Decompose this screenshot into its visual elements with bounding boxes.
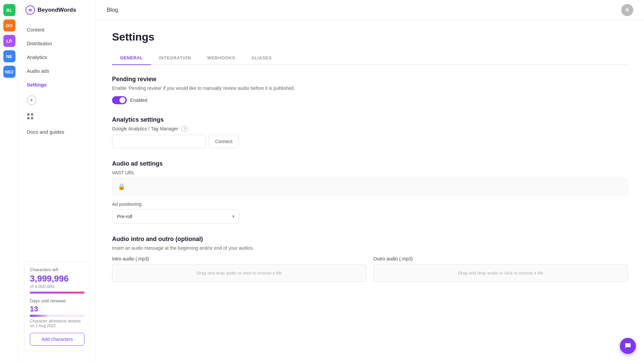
- main-area: Blog R Settings GENERAL INTEGRATION WEBH…: [96, 0, 644, 362]
- outro-audio-dropzone[interactable]: Drag and drop audio or click to choose a…: [373, 264, 628, 282]
- logo-text: BeyondWords: [38, 7, 76, 13]
- pending-review-desc: Enable 'Pending review' if you would lik…: [112, 85, 628, 91]
- days-renewal-label: Days until renewal: [30, 298, 85, 303]
- add-icon: +: [27, 96, 36, 105]
- chars-of: of 4,000,000: [30, 284, 85, 289]
- audio-ad-settings-section: Audio ad settings VAST URL 🔒 Ad position…: [112, 160, 628, 224]
- user-avatar[interactable]: R: [621, 4, 633, 16]
- svg-rect-2: [31, 113, 33, 116]
- analytics-input-row: Connect: [112, 135, 628, 148]
- chars-progress-bar: [30, 292, 85, 294]
- chars-left-label: Characters left: [30, 267, 85, 272]
- analytics-settings-section: Analytics settings Google Analytics / Ta…: [112, 116, 628, 148]
- chat-icon: [624, 342, 632, 350]
- sidebar: BeyondWords Content Distribution Analyti…: [19, 0, 96, 362]
- days-count: 13: [30, 305, 85, 313]
- workspace-avatar-lp[interactable]: LP: [3, 35, 15, 47]
- intro-audio-label: Intro audio (.mp3): [112, 256, 367, 261]
- pending-review-toggle-row: Enabled: [112, 96, 628, 104]
- sidebar-item-docs[interactable]: Docs and guides: [19, 125, 96, 139]
- ad-positioning-label: Ad positioning: [112, 201, 628, 207]
- sidebar-add-button[interactable]: +: [19, 92, 96, 109]
- audio-intro-outro-title: Audio intro and outro (optional): [112, 236, 628, 243]
- analytics-settings-title: Analytics settings: [112, 116, 628, 123]
- pending-review-title: Pending review: [112, 76, 628, 83]
- tab-general[interactable]: GENERAL: [112, 51, 151, 65]
- ad-positioning-select[interactable]: Pre-roll Mid-roll Post-roll: [112, 209, 239, 224]
- chars-progress-fill: [30, 292, 85, 294]
- lock-icon: 🔒: [118, 183, 125, 190]
- page-breadcrumb: Blog: [107, 7, 118, 13]
- workspace-avatar-ne2[interactable]: NE2: [3, 66, 15, 78]
- intro-audio-field: Intro audio (.mp3) Drag and drop audio o…: [112, 256, 367, 282]
- sidebar-item-content[interactable]: Content: [19, 23, 96, 37]
- analytics-input[interactable]: [112, 135, 206, 148]
- logo: BeyondWords: [19, 5, 96, 23]
- characters-card: Characters left 3,999,996 of 4,000,000 D…: [24, 261, 90, 351]
- icon-bar: BL DO LP NE NE2: [0, 0, 19, 362]
- analytics-help-icon[interactable]: ?: [181, 126, 187, 132]
- chat-bubble[interactable]: [620, 338, 636, 354]
- sidebar-nav: Content Distribution Analytics Audio ads…: [19, 23, 96, 256]
- tab-integration[interactable]: INTEGRATION: [151, 51, 199, 65]
- logo-icon: [25, 5, 35, 15]
- ad-positioning-select-wrap: Pre-roll Mid-roll Post-roll ▼: [112, 209, 239, 224]
- settings-tabs: GENERAL INTEGRATION WEBHOOKS ALIASES: [112, 51, 628, 65]
- add-characters-button[interactable]: Add characters: [30, 333, 85, 346]
- content-area: Settings GENERAL INTEGRATION WEBHOOKS AL…: [96, 20, 644, 362]
- workspace-avatar-bl[interactable]: BL: [3, 4, 15, 16]
- workspace-avatar-ne1[interactable]: NE: [3, 50, 15, 62]
- sidebar-item-settings[interactable]: Settings: [19, 78, 96, 92]
- svg-rect-4: [31, 117, 33, 119]
- pending-review-toggle[interactable]: [112, 96, 127, 104]
- analytics-field-label: Google Analytics / Tag Manager ?: [112, 126, 628, 132]
- toggle-knob: [119, 97, 125, 103]
- renewal-date: Character allowance renews on 1 Aug 2022: [30, 319, 85, 328]
- tab-aliases[interactable]: ALIASES: [243, 51, 280, 65]
- vast-url-box: 🔒: [112, 178, 628, 195]
- intro-audio-dropzone[interactable]: Drag and drop audio or click to choose a…: [112, 264, 367, 282]
- page-title: Settings: [112, 31, 628, 43]
- audio-intro-outro-section: Audio intro and outro (optional) Insert …: [112, 236, 628, 282]
- workspace-avatar-do[interactable]: DO: [3, 19, 15, 32]
- outro-audio-label: Outro audio (.mp3): [373, 256, 628, 261]
- sidebar-item-analytics[interactable]: Analytics: [19, 50, 96, 64]
- top-bar: Blog R: [96, 0, 644, 20]
- connect-button[interactable]: Connect: [209, 135, 239, 148]
- audio-ad-title: Audio ad settings: [112, 160, 628, 167]
- sidebar-item-audio-ads[interactable]: Audio ads: [19, 64, 96, 78]
- outro-audio-field: Outro audio (.mp3) Drag and drop audio o…: [373, 256, 628, 282]
- tab-webhooks[interactable]: WEBHOOKS: [199, 51, 243, 65]
- svg-rect-1: [27, 113, 30, 116]
- svg-rect-3: [27, 117, 30, 119]
- sidebar-grid-icon[interactable]: [19, 109, 96, 125]
- vast-url-label: VAST URL: [112, 170, 628, 175]
- days-progress-bar: [30, 315, 85, 317]
- audio-grid: Intro audio (.mp3) Drag and drop audio o…: [112, 256, 628, 282]
- days-progress-fill: [30, 315, 47, 317]
- pending-review-section: Pending review Enable 'Pending review' i…: [112, 76, 628, 104]
- toggle-label: Enabled: [130, 98, 147, 103]
- audio-intro-outro-desc: Insert an audio message at the beginning…: [112, 245, 628, 251]
- chars-count: 3,999,996: [30, 274, 85, 284]
- sidebar-item-distribution[interactable]: Distribution: [19, 37, 96, 50]
